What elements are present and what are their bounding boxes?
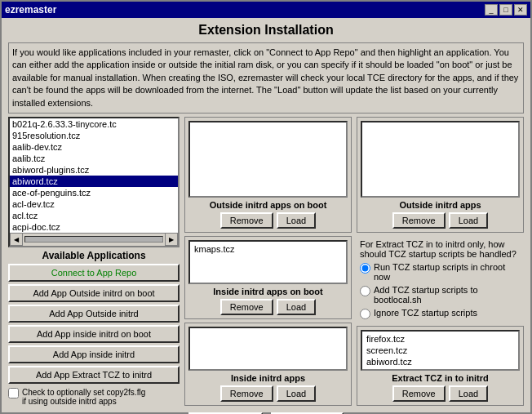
app-list-item[interactable]: b021q-2.6.33.3-tinycore.tc bbox=[10, 118, 178, 130]
outside-load-button[interactable]: Load bbox=[449, 212, 488, 229]
inside-load-button[interactable]: Load bbox=[277, 385, 316, 402]
bottom-area: kmaps.tcz Inside initrd apps on boot Rem… bbox=[184, 236, 524, 406]
right-panel: Outside initrd apps on boot Remove Load … bbox=[184, 117, 524, 406]
radio-ignore-label: Ignore TCZ startup scripts bbox=[374, 308, 477, 318]
inside-initrd-box: Inside initrd apps Remove Load bbox=[184, 323, 352, 406]
inside-initrd-boot-label: Inside initrd apps on boot bbox=[185, 286, 351, 297]
app-list-item[interactable]: 915resolution.tcz bbox=[10, 130, 178, 141]
add-inside-boot-button[interactable]: Add App inside initrd on boot bbox=[8, 325, 180, 343]
footer-buttons: Back Next bbox=[8, 409, 524, 414]
app-list-item[interactable]: abiword-plugins.tcz bbox=[10, 164, 178, 176]
app-list-item[interactable]: aalib.tcz bbox=[10, 153, 178, 164]
scroll-right-button[interactable]: ▶ bbox=[165, 233, 178, 246]
inside-boot-load-button[interactable]: Load bbox=[277, 299, 316, 315]
outside-initrd-boot-label: Outside initrd apps on boot bbox=[185, 199, 351, 211]
add-inside-button[interactable]: Add App inside initrd bbox=[8, 345, 180, 363]
radio-ignore-input[interactable] bbox=[360, 309, 370, 319]
add-extract-button[interactable]: Add App Extract TCZ to initrd bbox=[8, 366, 180, 384]
app-list-container: b021q-2.6.33.3-tinycore.tc915resolution.… bbox=[8, 117, 180, 247]
bottom-right: For Extract TCZ in to initrd only, how s… bbox=[357, 236, 524, 406]
page-title: Extension Installation bbox=[8, 23, 524, 38]
available-apps-label: Available Applications bbox=[8, 250, 180, 261]
main-window: ezremaster _ □ ✕ Extension Installation … bbox=[0, 0, 532, 414]
radio-bootlocal-label: Add TCZ startup scripts to bootlocal.sh bbox=[374, 285, 521, 305]
radio-chroot-input[interactable] bbox=[360, 263, 370, 274]
outside-initrd-boot-box: Outside initrd apps on boot Remove Load bbox=[184, 117, 352, 233]
left-buttons: Connect to App Repo Add App Outside init… bbox=[8, 264, 180, 384]
extract-remove-button[interactable]: Remove bbox=[392, 385, 446, 402]
panels-row: b021q-2.6.33.3-tinycore.tc915resolution.… bbox=[8, 117, 524, 406]
radio-chroot-label: Run TCZ startup scripts in chroot now bbox=[374, 262, 521, 282]
list-item[interactable]: firefox.tcz bbox=[364, 333, 516, 345]
top-boxes: Outside initrd apps on boot Remove Load … bbox=[184, 117, 524, 233]
outside-initrd-label: Outside initrd apps bbox=[357, 199, 523, 211]
extract-tcz-box: firefox.tczscreen.tczabiword.tcz Extract… bbox=[357, 326, 524, 406]
list-item[interactable]: kmaps.tcz bbox=[192, 243, 344, 255]
outside-boot-remove-button[interactable]: Remove bbox=[220, 212, 273, 229]
radio-ignore: Ignore TCZ startup scripts bbox=[360, 308, 521, 319]
inside-initrd-boot-box: kmaps.tcz Inside initrd apps on boot Rem… bbox=[184, 236, 352, 319]
radio-bootlocal: Add TCZ startup scripts to bootlocal.sh bbox=[360, 285, 521, 305]
extract-tcz-list[interactable]: firefox.tczscreen.tczabiword.tcz bbox=[361, 330, 520, 371]
app-list-item[interactable]: acpi-doc.tcz bbox=[10, 221, 178, 233]
radio-bootlocal-input[interactable] bbox=[360, 286, 370, 296]
app-list-item[interactable]: ace-of-penguins.tcz bbox=[10, 187, 178, 198]
inside-initrd-label: Inside initrd apps bbox=[185, 372, 351, 384]
connect-repo-button[interactable]: Connect to App Repo bbox=[8, 264, 180, 282]
inside-remove-button[interactable]: Remove bbox=[220, 385, 273, 402]
extract-tcz-buttons: Remove Load bbox=[357, 384, 523, 405]
add-outside-boot-button[interactable]: Add App Outside initrd on boot bbox=[8, 284, 180, 302]
horizontal-scrollbar: ◀ ▶ bbox=[10, 233, 178, 246]
add-outside-button[interactable]: Add App Outside initrd bbox=[8, 305, 180, 323]
outside-boot-load-button[interactable]: Load bbox=[277, 212, 316, 229]
description-text: If you would like applications included … bbox=[8, 42, 524, 114]
inside-initrd-list[interactable] bbox=[188, 327, 348, 371]
inside-initrd-boot-buttons: Remove Load bbox=[185, 297, 351, 318]
outside-initrd-boot-list[interactable] bbox=[188, 121, 348, 198]
scroll-track bbox=[24, 236, 163, 243]
window-title: ezremaster bbox=[5, 4, 56, 16]
app-list-item[interactable]: abiword.tcz bbox=[10, 176, 178, 187]
list-item[interactable]: screen.tcz bbox=[364, 345, 516, 356]
extract-load-button[interactable]: Load bbox=[449, 385, 488, 402]
copy2fs-checkbox-row: Check to optionally set copy2fs.flgif us… bbox=[8, 388, 180, 406]
inside-initrd-boot-list[interactable]: kmaps.tcz bbox=[188, 240, 348, 284]
app-list[interactable]: b021q-2.6.33.3-tinycore.tc915resolution.… bbox=[10, 118, 178, 233]
bottom-left: kmaps.tcz Inside initrd apps on boot Rem… bbox=[184, 236, 352, 406]
maximize-button[interactable]: □ bbox=[499, 4, 512, 16]
outside-initrd-boot-buttons: Remove Load bbox=[185, 211, 351, 232]
close-button[interactable]: ✕ bbox=[514, 4, 527, 16]
app-list-item[interactable]: aalib-dev.tcz bbox=[10, 141, 178, 153]
copy2fs-checkbox[interactable] bbox=[8, 388, 19, 398]
scroll-left-button[interactable]: ◀ bbox=[10, 233, 23, 246]
outside-initrd-box: Outside initrd apps Remove Load bbox=[357, 117, 524, 233]
title-bar: ezremaster _ □ ✕ bbox=[2, 2, 530, 18]
extract-tcz-label: Extract TCZ in to initrd bbox=[357, 372, 523, 384]
outside-initrd-list[interactable] bbox=[361, 121, 520, 198]
tcz-scripts-question: For Extract TCZ in to initrd only, how s… bbox=[360, 239, 521, 259]
left-panel: b021q-2.6.33.3-tinycore.tc915resolution.… bbox=[8, 117, 180, 406]
window-controls: _ □ ✕ bbox=[485, 4, 527, 16]
radio-run-chroot: Run TCZ startup scripts in chroot now bbox=[360, 262, 521, 282]
minimize-button[interactable]: _ bbox=[485, 4, 498, 16]
inside-initrd-buttons: Remove Load bbox=[185, 384, 351, 405]
tcz-scripts-box: For Extract TCZ in to initrd only, how s… bbox=[357, 236, 524, 323]
copy2fs-label: Check to optionally set copy2fs.flgif us… bbox=[22, 388, 145, 406]
main-content: Extension Installation If you would like… bbox=[2, 18, 530, 414]
outside-remove-button[interactable]: Remove bbox=[392, 212, 446, 229]
list-item[interactable]: abiword.tcz bbox=[364, 356, 516, 367]
app-list-item[interactable]: acl.tcz bbox=[10, 210, 178, 221]
outside-initrd-buttons: Remove Load bbox=[357, 211, 523, 232]
app-list-item[interactable]: acl-dev.tcz bbox=[10, 198, 178, 210]
inside-boot-remove-button[interactable]: Remove bbox=[220, 299, 273, 315]
